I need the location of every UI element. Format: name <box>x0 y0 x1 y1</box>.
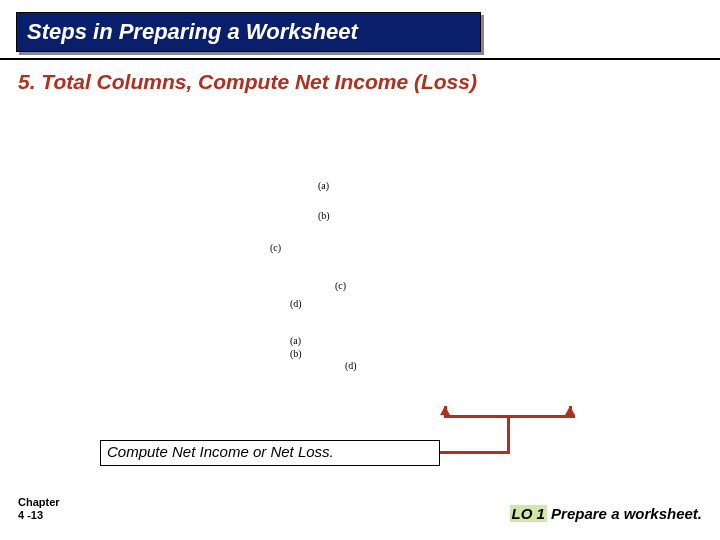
arrow-up-left-icon <box>440 406 450 415</box>
callout-box: Compute Net Income or Net Loss. <box>100 440 440 466</box>
connector-branch <box>445 400 575 430</box>
learning-objective: LO 1 Prepare a worksheet. <box>510 505 702 522</box>
connector-horizontal <box>440 451 510 454</box>
arrow-up-right-icon <box>565 406 575 415</box>
lo-text: Prepare a worksheet. <box>547 505 702 522</box>
connector-stem <box>507 415 510 451</box>
label-c1: (c) <box>270 242 281 253</box>
label-a2: (a) <box>290 335 301 346</box>
label-b1: (b) <box>318 210 330 221</box>
chapter-label: Chapter 4 -13 <box>18 496 60 522</box>
chapter-line1: Chapter <box>18 496 60 508</box>
label-d2: (d) <box>345 360 357 371</box>
connector-hbar <box>445 415 575 418</box>
callout-text: Compute Net Income or Net Loss. <box>107 443 334 460</box>
label-b2: (b) <box>290 348 302 359</box>
lo-prefix: LO 1 <box>510 505 547 522</box>
label-c2: (c) <box>335 280 346 291</box>
label-d1: (d) <box>290 298 302 309</box>
label-a1: (a) <box>318 180 329 191</box>
chapter-line2: 4 -13 <box>18 509 43 521</box>
